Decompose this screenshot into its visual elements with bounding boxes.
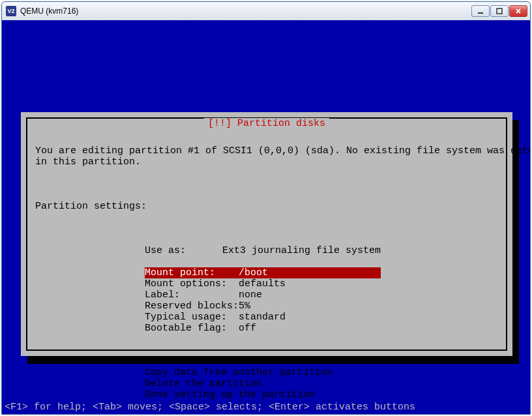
setting-label: Typical usage: [145,312,239,323]
setting-value: Ext3 journaling file system [222,245,381,256]
app-icon: V2 [6,6,16,16]
setting-value: off [239,323,381,334]
settings-list: Use as:Ext3 journaling file systemMount … [35,245,498,334]
setting-value: 5% [239,301,381,312]
setting-row[interactable]: Mount point:/boot [145,267,381,278]
titlebar[interactable]: V2 QEMU (kvm716) [2,2,530,20]
setting-value: defaults [239,278,381,290]
svg-rect-0 [478,12,483,14]
window-title: QEMU (kvm716) [20,7,471,16]
setting-label: Mount options: [145,278,239,290]
action-item[interactable]: Done setting up the partition [145,389,498,400]
svg-rect-1 [497,8,502,14]
help-bar: <F1> for help; <Tab> moves; <Space> sele… [2,400,530,414]
setting-row[interactable]: Mount options:defaults [145,278,381,290]
setting-value: none [239,290,381,301]
dialog-frame: [!!] Partition disks You are editing par… [26,117,507,351]
application-window: V2 QEMU (kvm716) [!!] Partition disks Yo… [1,1,531,415]
settings-heading: Partition settings: [35,201,498,212]
setting-label: Label: [145,290,239,301]
actions-list: Copy data from another partitionDelete t… [35,367,498,400]
setting-row[interactable]: Reserved blocks:5% [145,301,381,312]
setting-label: Bootable flag: [145,323,239,334]
intro-text-line2: in this partition. [35,156,498,168]
setting-label: Mount point: [145,267,239,278]
dialog-body: You are editing partition #1 of SCSI1 (0… [27,119,506,414]
setting-row[interactable]: Label:none [145,290,381,301]
setting-label: Reserved blocks: [145,301,239,312]
action-item[interactable]: Copy data from another partition [145,367,498,378]
action-item[interactable]: Delete the partition [145,378,498,389]
close-button[interactable] [509,5,527,17]
dialog-title: [!!] Partition disks [204,118,329,129]
setting-row[interactable]: Bootable flag:off [145,323,381,334]
console-area: [!!] Partition disks You are editing par… [2,20,530,414]
setting-row[interactable]: Typical usage:standard [145,312,381,323]
intro-text-line1: You are editing partition #1 of SCSI1 (0… [35,145,498,156]
maximize-button[interactable] [490,5,509,17]
minimize-button[interactable] [471,5,490,17]
setting-value: standard [239,312,381,323]
setting-value: /boot [239,267,381,278]
window-controls [471,5,527,17]
setting-label: Use as: [145,245,222,256]
setting-row[interactable]: Use as:Ext3 journaling file system [145,245,381,256]
partition-dialog: [!!] Partition disks You are editing par… [21,112,512,356]
